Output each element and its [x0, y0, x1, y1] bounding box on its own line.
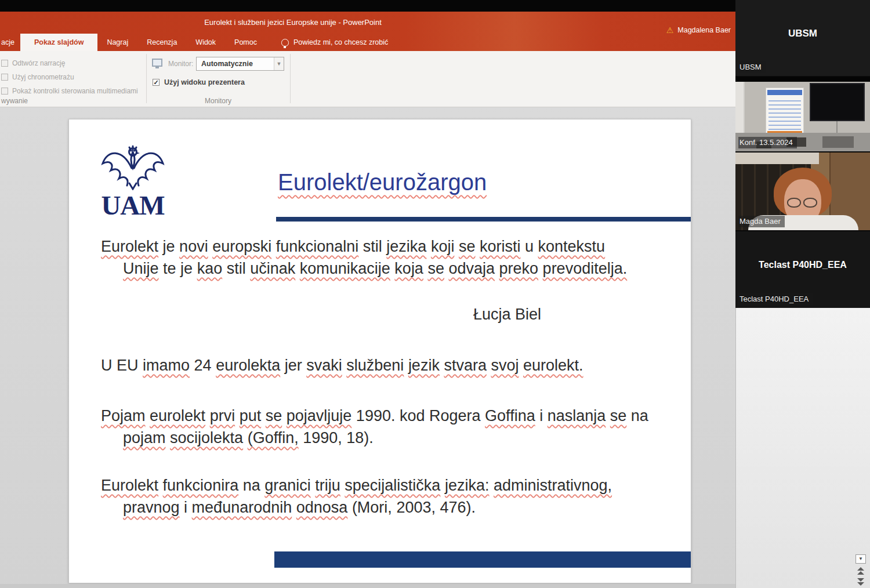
calendar-rows: [768, 97, 801, 130]
previous-slide-button[interactable]: [857, 567, 864, 575]
checkbox-checked-icon[interactable]: ✓: [153, 79, 160, 86]
desk-object: [822, 136, 854, 148]
window-title: Eurolekt i službeni jezici Europske unij…: [142, 18, 444, 27]
lightbulb-icon: [281, 39, 289, 46]
uam-logo: UAM: [95, 140, 171, 219]
tell-me-label: Powiedz mi, co chcesz zrobić: [293, 38, 388, 46]
slide-paragraph-2: U EU imamo 24 eurolekta jer svaki službe…: [101, 354, 681, 376]
checkbox-row-media-controls[interactable]: Pokaż kontrolki sterowania multimediami: [1, 84, 138, 98]
slide-paragraph-3: Pojam eurolekt prvi put se pojavljuje 19…: [101, 405, 672, 449]
title-underline-bar: [276, 217, 691, 222]
presenter-view-checkbox-row[interactable]: ✓ Użyj widoku prezentera: [153, 78, 245, 86]
panel-dropdown-button[interactable]: ▼: [855, 554, 866, 564]
slide-canvas[interactable]: UAM Eurolekt/eurožargon Eurolekt je novi…: [68, 119, 691, 583]
uam-logo-text: UAM: [95, 193, 171, 219]
ribbon-tab-strip: acje Pokaz slajdów Nagraj Recenzja Widok…: [0, 34, 735, 51]
tab-nagraj[interactable]: Nagraj: [97, 34, 137, 51]
slide-paragraph-4: Eurolekt funkcionira na granici triju sp…: [101, 474, 649, 518]
checkbox-row-timings[interactable]: Użyj chronometrażu: [1, 70, 138, 84]
sidebar-empty-area: ▼: [735, 308, 870, 588]
screen-top-black-strip: [0, 0, 735, 12]
person-glasses: [787, 198, 818, 208]
wall-calendar: [766, 88, 804, 137]
video-tile-room-camera[interactable]: Konf. 13.5.2024: [735, 77, 870, 153]
checkbox-label: Odtwórz narrację: [12, 59, 65, 67]
checkbox-row-narration[interactable]: Odtwórz narrację: [1, 56, 138, 70]
participant-name-label: UBSM: [738, 61, 766, 73]
zoom-meeting-screen: Eurolekt i službeni jezici Europske unij…: [0, 0, 870, 588]
setup-group: Odtwórz narrację Użyj chronometrażu Poka…: [1, 56, 138, 98]
tab-animacje-partial[interactable]: acje: [0, 34, 20, 51]
warning-icon: ⚠: [666, 26, 674, 34]
workspace-bottom-strip: [0, 584, 735, 588]
checkbox-label: Pokaż kontrolki sterowania multimediami: [12, 87, 138, 95]
uam-eagle-icon: [98, 140, 168, 190]
chevron-down-icon[interactable]: ▼: [274, 57, 284, 70]
powerpoint-titlebar: Eurolekt i službeni jezici Europske unij…: [0, 12, 735, 51]
wall-tv-screen: [810, 83, 865, 121]
ribbon-pokaz-slajdow: Odtwórz narrację Użyj chronometrażu Poka…: [0, 51, 735, 107]
slide-paragraph-1: Eurolekt je novi europski funkcionalni s…: [101, 235, 629, 280]
group-label-setup: wywanie: [1, 97, 28, 105]
monitor-dropdown[interactable]: Automatycznie ▼: [196, 57, 284, 71]
monitor-dropdown-value: Automatycznie: [197, 60, 274, 68]
slide-title: Eurolekt/eurožargon: [278, 169, 487, 195]
video-tile-magda-baer[interactable]: Magda Baer: [735, 153, 870, 231]
participant-name-label: Teclast P40HD_EEA: [738, 293, 813, 305]
checkbox-icon[interactable]: [1, 88, 8, 95]
slide-bottom-bar: [274, 551, 691, 568]
checkbox-icon[interactable]: [1, 60, 8, 67]
tab-pomoc[interactable]: Pomoc: [225, 34, 266, 51]
tab-recenzja[interactable]: Recenzja: [137, 34, 186, 51]
ceiling-background: [735, 153, 819, 164]
presenter-view-label: Użyj widoku prezentera: [164, 78, 245, 86]
group-label-monitors: Monitory: [146, 97, 290, 105]
participant-center-name: Teclast P40HD_EEA: [735, 260, 870, 270]
participant-name-label: Magda Baer: [738, 216, 785, 227]
glasses-lens: [787, 198, 801, 208]
tell-me-box[interactable]: Powiedz mi, co chcesz zrobić: [266, 34, 388, 51]
powerpoint-window: Eurolekt i službeni jezici Europske unij…: [0, 0, 735, 588]
checkbox-icon[interactable]: [1, 74, 8, 81]
ribbon-divider: [290, 54, 291, 103]
ribbon-divider: [146, 54, 147, 103]
video-tile-teclast[interactable]: Teclast P40HD_EEA Teclast P40HD_EEA: [735, 231, 870, 308]
monitor-label: Monitor:: [168, 60, 193, 68]
tab-widok[interactable]: Widok: [186, 34, 225, 51]
tab-pokaz-slajdow[interactable]: Pokaz slajdów: [20, 34, 97, 51]
account-area[interactable]: ⚠ Magdalena Baer: [666, 26, 731, 34]
glasses-lens: [803, 198, 817, 208]
checkbox-label: Użyj chronometrażu: [12, 73, 74, 81]
participant-name-label: Konf. 13.5.2024: [738, 137, 797, 148]
participant-center-name: UBSM: [735, 28, 870, 39]
next-slide-button[interactable]: [857, 578, 864, 586]
slide-attribution: Łucja Biel: [473, 306, 541, 324]
monitor-icon: [152, 59, 162, 67]
video-sidebar: UBSM UBSM Konf. 13.5.2024: [735, 0, 870, 588]
camera-letterbox: [735, 77, 870, 82]
calendar-header: [767, 90, 802, 95]
ppt-workspace: UAM Eurolekt/eurožargon Eurolekt je novi…: [0, 107, 735, 588]
account-user-name: Magdalena Baer: [677, 26, 731, 34]
video-tile-ubsm[interactable]: UBSM UBSM: [735, 0, 870, 77]
